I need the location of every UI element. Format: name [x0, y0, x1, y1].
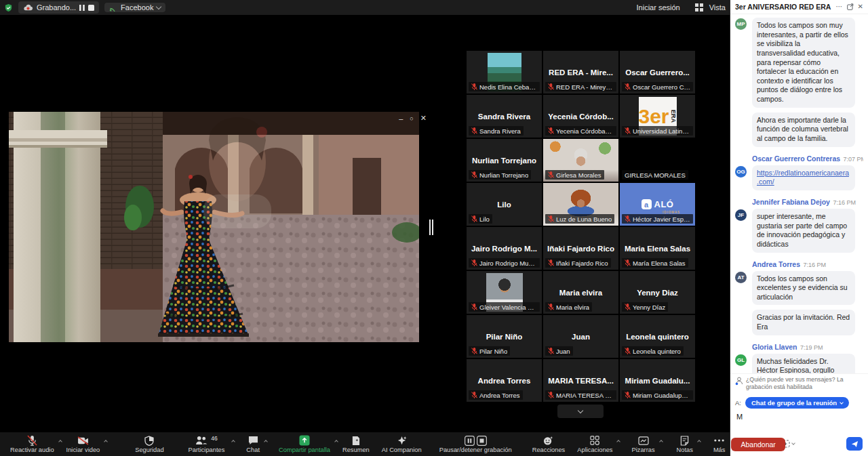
security-button[interactable]: Seguridad: [129, 434, 170, 455]
chat-message: Ahora es importante darle la función de …: [734, 112, 863, 147]
chat-more-icon[interactable]: ⋯: [836, 3, 843, 10]
participant-name-label: Luz de Luna Bueno: [545, 214, 614, 224]
leave-meeting-button[interactable]: Abandonar: [731, 438, 785, 451]
participant-tile[interactable]: Maria elvira Maria elvira: [543, 271, 618, 314]
participant-tile[interactable]: Girlesa Morales: [543, 139, 618, 182]
participant-tile[interactable]: RED ERA - Mire... RED ERA - Mireya Lo...: [543, 51, 618, 94]
participant-name-label: Universidad Latinoam...: [622, 126, 693, 136]
participant-name-label: GIRLESA MORALES: [622, 170, 688, 180]
chat-message: Jennifer Fabiana Dejoy 7:16 PM JF super …: [734, 195, 863, 253]
more-button[interactable]: Más: [707, 434, 732, 455]
encryption-shield-icon[interactable]: [4, 2, 13, 13]
recipient-row: A: Chat de grupo de la reunión: [730, 393, 868, 410]
message-time: 7:16 PM: [803, 262, 826, 268]
participant-tile[interactable]: 3er ERA Universidad Latinoam...: [620, 95, 695, 138]
avatar: JF: [735, 209, 747, 221]
message-bubble: Todos los campos son excelentes y se evi…: [752, 271, 855, 306]
message-input[interactable]: M: [730, 410, 868, 433]
live-stream-control[interactable]: Facebook: [104, 3, 165, 12]
participant-tile[interactable]: Sandra Rivera Sandra Rivera: [467, 95, 542, 138]
whiteboard-icon: [638, 435, 649, 446]
notes-button[interactable]: Notas: [671, 434, 699, 455]
participant-tile[interactable]: Oscar Guerrero... Oscar Guerrero Cont...: [620, 51, 695, 94]
message-author: Oscar Guerrero Contreras: [752, 154, 840, 163]
participant-tile[interactable]: Nurlian Torrejano Nurlian Torrejano: [467, 139, 542, 182]
participant-name-label: Lilo: [469, 214, 492, 224]
main-video-content: [0, 112, 431, 342]
participant-tile[interactable]: Pilar Niño Pilar Niño: [467, 315, 542, 358]
participant-tile[interactable]: Iñaki Fajardo Rico Iñaki Fajardo Rico: [543, 227, 618, 270]
close-icon[interactable]: ✕: [420, 114, 427, 123]
chat-message: Gloria Llaven 7:19 PM GL Muchas felicida…: [734, 340, 863, 373]
muted-mic-icon: [625, 348, 631, 354]
pause-recording-icon[interactable]: [79, 2, 85, 13]
participant-name-label: Héctor Javier Espinos...: [622, 214, 693, 224]
participant-tile[interactable]: Yecenia Córdob... Yecenia Córdoba_Co...: [543, 95, 618, 138]
chevron-up-icon[interactable]: [264, 440, 268, 444]
participant-name-label: Nedis Elina Ceballos ...: [469, 82, 540, 91]
chevron-up-icon[interactable]: [697, 440, 701, 444]
message-bubble: super interesante, me gustaria ser parte…: [752, 209, 855, 253]
ai-companion-button[interactable]: AI Companion: [376, 434, 428, 455]
participant-name-label: Sandra Rivera: [469, 126, 524, 136]
pause-recording-icon[interactable]: [465, 436, 475, 446]
meeting-toolbar: Reactivar audio Iniciar video Seguridad …: [0, 432, 730, 456]
participant-tile[interactable]: Andrea Torres Andrea Torres: [467, 359, 542, 402]
chevron-up-icon[interactable]: [617, 440, 621, 444]
participant-tile[interactable]: Nedis Elina Ceballos ...: [467, 51, 542, 94]
participant-tile[interactable]: Yenny Diaz Yenny Díaz: [620, 271, 695, 314]
reactions-smiley-icon: [543, 435, 553, 446]
send-button[interactable]: [846, 437, 863, 451]
participant-tile[interactable]: Jairo Rodrigo M... Jairo Rodrigo Muñoz: [467, 227, 542, 270]
message-author: Gloria Llaven: [752, 343, 797, 351]
participant-tile[interactable]: Luz de Luna Bueno: [543, 183, 618, 226]
stop-recording-icon[interactable]: [477, 436, 487, 446]
participants-button[interactable]: 46 Participantes: [182, 434, 231, 455]
participant-tile[interactable]: Gleiver Valencia Tapa...: [467, 271, 542, 314]
signin-button[interactable]: Iniciar sesión: [637, 3, 680, 12]
share-screen-button[interactable]: Compartir pantalla: [273, 434, 336, 455]
minimize-icon[interactable]: –: [399, 115, 403, 123]
participant-name-label: Andrea Torres: [469, 390, 523, 400]
stop-recording-icon[interactable]: [88, 2, 94, 13]
whiteboards-button[interactable]: Pizarras: [625, 434, 660, 455]
muted-mic-icon: [471, 171, 477, 178]
chat-message: Oscar Guerrero Contreras 7:07 PM OG http…: [734, 152, 863, 190]
participant-tile[interactable]: GIRLESA MORALES: [620, 139, 695, 182]
participants-count-badge: 46: [211, 435, 217, 442]
muted-mic-icon: [471, 304, 477, 310]
chevron-up-icon[interactable]: [232, 440, 236, 444]
restore-icon[interactable]: ○: [410, 115, 413, 122]
participant-tile[interactable]: MARIA TERESA... MARIA TERESA VALLE...: [543, 359, 618, 402]
apps-button[interactable]: Aplicaciones: [571, 434, 618, 455]
participant-tile[interactable]: Miriam Guadalu... Miriam Guadalupe Ló...: [620, 359, 695, 402]
chat-message: Andrea Torres 7:16 PM AT Todos los campo…: [734, 257, 863, 306]
muted-mic-icon: [548, 348, 554, 354]
participant-tile[interactable]: Leonela quintero Leonela quintero: [620, 315, 695, 358]
chat-close-icon[interactable]: ✕: [858, 3, 863, 10]
participant-name-label: Girlesa Morales: [545, 170, 604, 180]
participant-tile[interactable]: Juan Juan: [543, 315, 618, 358]
participant-name-label: María Elena Salas: [622, 258, 688, 268]
live-stream-icon: [109, 4, 117, 12]
chat-button[interactable]: Chat: [240, 434, 266, 455]
participant-tile[interactable]: Maria Elena Salas María Elena Salas: [620, 227, 695, 270]
summary-button[interactable]: Resumen: [336, 434, 376, 455]
chevron-up-icon[interactable]: [104, 440, 108, 444]
panel-resize-handle[interactable]: [429, 220, 435, 235]
view-button[interactable]: Vista: [695, 2, 726, 13]
popout-icon[interactable]: [847, 3, 854, 10]
shield-icon: [144, 435, 154, 446]
grid-next-page-button[interactable]: [557, 405, 604, 418]
pause-stop-recording-button[interactable]: Pausar/detener grabación: [433, 434, 518, 455]
participant-tile[interactable]: Lilo Lilo: [467, 183, 542, 226]
start-video-button[interactable]: Iniciar video: [60, 434, 106, 455]
reactions-button[interactable]: Reacciones: [526, 434, 572, 455]
unmute-audio-button[interactable]: Reactivar audio: [4, 434, 60, 455]
recipient-selector[interactable]: Chat de grupo de la reunión: [745, 397, 849, 409]
shared-video-window[interactable]: – ○ ✕: [0, 112, 431, 342]
participant-tile[interactable]: a ALÓ IDIOMAS Héctor Javier Espinos...: [620, 183, 695, 226]
muted-mic-icon: [548, 215, 554, 222]
chevron-up-icon[interactable]: [659, 440, 663, 444]
muted-mic-icon: [548, 392, 554, 398]
